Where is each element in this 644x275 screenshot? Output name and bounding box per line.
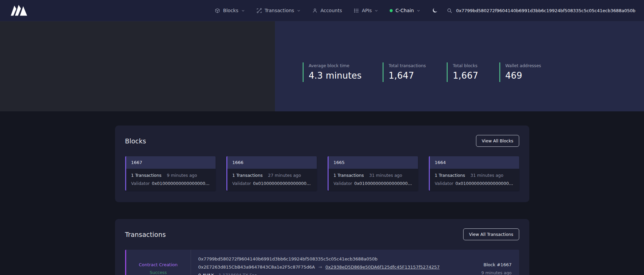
transaction-block-link[interactable]: Block #1667 xyxy=(469,262,512,267)
block-card-1665[interactable]: 1665 1 Transactions 31 minutes ago Valid… xyxy=(328,156,418,191)
transaction-age: 9 minutes ago xyxy=(469,270,512,275)
view-all-blocks-button[interactable]: View All Blocks xyxy=(476,135,519,147)
transaction-status-badge: Success xyxy=(150,270,167,275)
block-card-body: 1 Transactions 31 minutes ago Validator0… xyxy=(430,169,519,191)
stat-value: 469 xyxy=(505,71,541,81)
transaction-meta: Block #1667 9 minutes ago xyxy=(462,250,519,275)
stat-label: Wallet addresses xyxy=(505,63,541,68)
block-tx-count: 1 Transactions xyxy=(334,173,364,178)
chevron-down-icon xyxy=(417,9,420,12)
transaction-type-cell: Contract Creation Success xyxy=(126,250,191,275)
transaction-fee: 1.1718604 TX Fee xyxy=(219,273,257,275)
chain-status-dot-icon xyxy=(390,9,393,12)
block-tx-count: 1 Transactions xyxy=(232,173,263,178)
block-number[interactable]: 1665 xyxy=(329,156,418,169)
block-card-body: 1 Transactions 9 minutes ago Validator0x… xyxy=(126,169,216,191)
transaction-type: Contract Creation xyxy=(139,262,177,267)
transaction-details: 0x7799bd580272f9604140b6991d3bb6c19924bf… xyxy=(191,250,462,275)
transactions-section-header: Transactions View All Transactions xyxy=(125,228,519,240)
transactions-title: Transactions xyxy=(125,231,166,238)
stat-value: 1,667 xyxy=(453,71,478,81)
app-root: Blocks Transactions Accounts xyxy=(0,0,644,275)
hero-section: Average block time 4.3 minutes Total tra… xyxy=(0,21,644,111)
blocks-section-header: Blocks View All Blocks xyxy=(125,135,519,147)
block-age: 9 minutes ago xyxy=(167,173,197,178)
chevron-down-icon xyxy=(241,9,245,12)
validator-label: Validator xyxy=(334,181,352,186)
chevron-down-icon xyxy=(297,9,301,12)
validator-address: 0x010000000000000000000000... xyxy=(152,181,211,186)
to-address-link[interactable]: 0x2938eD5D869e50DA6f125dfc45F13157f52742… xyxy=(325,265,440,270)
nav-transactions-label: Transactions xyxy=(265,8,294,13)
nav-accounts-label: Accounts xyxy=(320,8,342,13)
nav-item-blocks[interactable]: Blocks xyxy=(215,8,245,13)
block-card-1664[interactable]: 1664 1 Transactions 31 minutes ago Valid… xyxy=(429,156,519,191)
block-number[interactable]: 1667 xyxy=(126,156,216,169)
from-address-link[interactable]: 0x2E7263d815CbB43a9647843C8a1e2F5c87F75d… xyxy=(198,265,315,270)
nav-item-transactions[interactable]: Transactions xyxy=(256,8,301,13)
stat-wallet-addresses: Wallet addresses 469 xyxy=(499,62,541,82)
validator-label: Validator xyxy=(232,181,251,186)
nav-item-apis[interactable]: APIs xyxy=(354,8,378,13)
view-all-transactions-button[interactable]: View All Transactions xyxy=(463,228,519,240)
block-tx-count: 1 Transactions xyxy=(131,173,162,178)
blocks-grid: 1667 1 Transactions 9 minutes ago Valida… xyxy=(125,156,519,191)
page-content: Blocks View All Blocks 1667 1 Transactio… xyxy=(0,111,644,275)
validator-address: 0x010000000000000000000000... xyxy=(253,181,312,186)
stat-label: Total blocks xyxy=(453,63,478,68)
block-age: 31 minutes ago xyxy=(369,173,402,178)
chain-selector-label: C-Chain xyxy=(395,8,414,13)
block-number[interactable]: 1666 xyxy=(227,156,317,169)
validator-label: Validator xyxy=(435,181,453,186)
blocks-section: Blocks View All Blocks 1667 1 Transactio… xyxy=(115,126,529,202)
nav-apis-label: APIs xyxy=(362,8,372,13)
user-icon xyxy=(312,8,318,13)
chain-selector[interactable]: C-Chain xyxy=(390,8,420,13)
transaction-row[interactable]: Contract Creation Success 0x7799bd580272… xyxy=(125,250,519,275)
stat-value: 1,647 xyxy=(389,71,426,81)
chevron-down-icon xyxy=(374,9,378,12)
block-age: 27 minutes ago xyxy=(268,173,301,178)
stat-average-block-time: Average block time 4.3 minutes xyxy=(303,62,362,82)
stat-total-transactions: Total transactions 1,647 xyxy=(383,62,426,82)
transaction-amount: 0 AVAX xyxy=(198,273,214,275)
block-number[interactable]: 1664 xyxy=(430,156,519,169)
validator-address: 0x010000000000000000000000... xyxy=(354,181,413,186)
stat-label: Total transactions xyxy=(389,63,426,68)
transactions-section: Transactions View All Transactions Contr… xyxy=(115,219,529,275)
stat-total-blocks: Total blocks 1,667 xyxy=(447,62,478,82)
flow-icon xyxy=(256,8,262,13)
block-card-body: 1 Transactions 27 minutes ago Validator0… xyxy=(227,169,317,191)
blocks-title: Blocks xyxy=(125,137,146,145)
avalanche-logo-icon xyxy=(10,4,31,17)
nav-item-accounts[interactable]: Accounts xyxy=(312,8,342,13)
nav-blocks-label: Blocks xyxy=(223,8,238,13)
block-tx-count: 1 Transactions xyxy=(435,173,465,178)
cube-icon xyxy=(215,8,220,13)
network-stats-panel: Average block time 4.3 minutes Total tra… xyxy=(275,21,644,111)
block-age: 31 minutes ago xyxy=(470,173,503,178)
search-icon[interactable] xyxy=(447,8,452,13)
block-card-1667[interactable]: 1667 1 Transactions 9 minutes ago Valida… xyxy=(125,156,216,191)
moon-icon xyxy=(432,7,438,13)
main-nav: Blocks Transactions Accounts xyxy=(215,7,438,13)
block-card-1666[interactable]: 1666 1 Transactions 27 minutes ago Valid… xyxy=(226,156,317,191)
transaction-hash-link[interactable]: 0x7799bd580272f9604140b6991d3bb6c19924bf… xyxy=(198,256,454,262)
theme-toggle-button[interactable] xyxy=(432,7,438,13)
search-input[interactable] xyxy=(456,8,642,13)
search-bar xyxy=(447,0,644,21)
stat-label: Average block time xyxy=(309,63,362,68)
block-card-body: 1 Transactions 31 minutes ago Validator0… xyxy=(329,169,418,191)
arrow-right-icon: → xyxy=(318,265,322,270)
stat-value: 4.3 minutes xyxy=(309,71,362,81)
list-icon xyxy=(354,8,359,13)
top-navbar: Blocks Transactions Accounts xyxy=(0,0,644,21)
validator-label: Validator xyxy=(131,181,150,186)
brand-home-link[interactable] xyxy=(10,4,31,17)
validator-address: 0x010000000000000000000000... xyxy=(455,181,514,186)
